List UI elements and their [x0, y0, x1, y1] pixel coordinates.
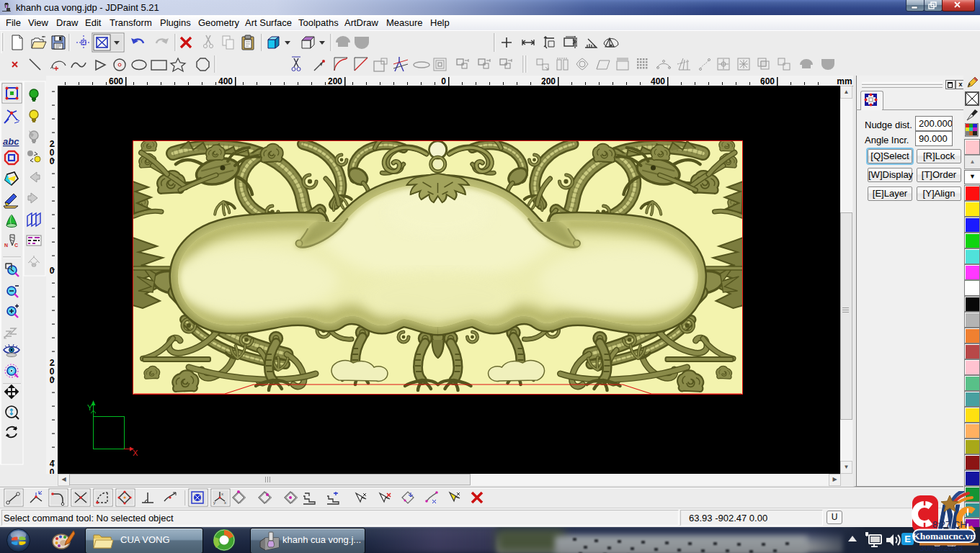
svg-text:abc: abc [3, 136, 19, 147]
svg-text:0: 0 [50, 467, 55, 474]
svg-text:C: C [14, 243, 18, 248]
svg-text:600: 600 [109, 76, 123, 86]
svg-text:Y: Y [87, 403, 93, 412]
svg-text:Khomaucnc.vn: Khomaucnc.vn [912, 531, 976, 541]
svg-text:0: 0 [50, 375, 55, 385]
svg-text:mm: mm [837, 76, 852, 86]
svg-text:x: x [221, 492, 223, 496]
svg-text:200: 200 [328, 76, 342, 86]
svg-text:y: y [213, 500, 215, 505]
svg-text:400: 400 [651, 76, 665, 86]
svg-text:0: 0 [441, 76, 446, 86]
svg-text:N: N [4, 243, 8, 248]
svg-text:200: 200 [541, 76, 556, 86]
svg-text:8:27 CH: 8:27 CH [932, 519, 967, 530]
svg-text:x: x [224, 500, 226, 505]
svg-text:400: 400 [218, 76, 233, 86]
svg-text:0: 0 [50, 156, 55, 166]
svg-text:600: 600 [760, 76, 775, 86]
svg-text:X: X [133, 449, 138, 457]
svg-text:0: 0 [50, 266, 55, 276]
